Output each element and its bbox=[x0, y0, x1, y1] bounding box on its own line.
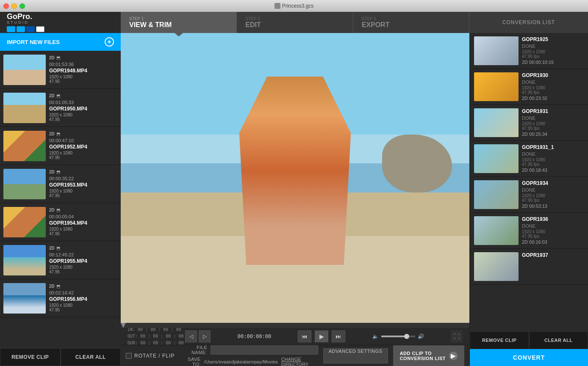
fullscreen-button[interactable]: ⛶ bbox=[451, 330, 463, 342]
conversion-resolution: 1920 x 1080 bbox=[522, 157, 584, 162]
conversion-thumbnail bbox=[474, 144, 519, 173]
remove-clip-button[interactable]: REMOVE CLIP bbox=[0, 348, 61, 366]
conversion-item[interactable]: GOPR1936 DONE 1920 x 1080 47.95 fps 2D 0… bbox=[470, 213, 588, 249]
conversion-status: DONE bbox=[522, 187, 584, 193]
clip-item[interactable]: 2D ⬒ 00:01:53:36 GOPR1949.MP4 1920 x 108… bbox=[0, 51, 121, 89]
clip-thumbnail bbox=[3, 245, 46, 275]
clear-all-button-sidebar[interactable]: CLEAR ALL bbox=[61, 348, 121, 366]
clip-item[interactable]: 2D ⬒ 00:00:35:22 GOPR1953.MP4 1920 x 108… bbox=[0, 165, 121, 203]
conversion-item[interactable]: GOPR1934 DONE 1920 x 1080 47.95 fps 2D 0… bbox=[470, 177, 588, 213]
svg-rect-0 bbox=[275, 3, 280, 9]
clip-fps: 47.95 bbox=[49, 193, 114, 198]
step-tabs: STEP 1 VIEW & TRIM STEP 2 EDIT STEP 3 EX… bbox=[121, 12, 469, 33]
conversion-fps: 47.95 fps bbox=[522, 162, 584, 167]
conversion-fps: 47.95 fps bbox=[522, 198, 584, 203]
conversion-thumbnail bbox=[474, 72, 519, 101]
video-container bbox=[121, 33, 469, 323]
tab-view-trim[interactable]: STEP 1 VIEW & TRIM bbox=[121, 12, 237, 33]
logo-dot-2 bbox=[17, 26, 25, 32]
clip-item[interactable]: 2D ⬒ 00:01:05:33 GOPR1950.MP4 1920 x 108… bbox=[0, 89, 121, 127]
clip-info: 2D ⬒ 00:12:45:22 GOPR1955.MP4 1920 x 108… bbox=[46, 244, 117, 276]
clear-all-right-button[interactable]: CLEAR ALL bbox=[529, 331, 588, 349]
conversion-list: GOPR1925 DONE 1920 x 1080 47.95 fps 2D 0… bbox=[470, 33, 588, 331]
sidebar: IMPORT NEW FILES + 2D ⬒ 00:01:53:36 GOPR… bbox=[0, 33, 121, 366]
conversion-item[interactable]: GOPR1925 DONE 1920 x 1080 47.95 fps 2D 0… bbox=[470, 33, 588, 69]
close-button[interactable] bbox=[3, 3, 9, 9]
badge-cam: ⬒ bbox=[56, 132, 60, 136]
conversion-list-header: CONVERSION LIST bbox=[469, 12, 588, 33]
timeline-bar[interactable] bbox=[121, 323, 469, 328]
step3-label: EXPORT bbox=[362, 21, 460, 29]
clip-name: GOPR1949.MP4 bbox=[49, 68, 114, 74]
step1-num: STEP 1 bbox=[129, 17, 228, 21]
file-name-label: FILE NAME: bbox=[180, 345, 207, 355]
conversion-item[interactable]: GOPR1930 DONE 1920 x 1080 47.95 fps 2D 0… bbox=[470, 69, 588, 105]
clip-info: 2D ⬒ 00:01:05:33 GOPR1950.MP4 1920 x 108… bbox=[46, 92, 117, 124]
maximize-button[interactable] bbox=[19, 3, 25, 9]
conversion-item[interactable]: GOPR1931 DONE 1920 x 1080 47.95 fps 2D 0… bbox=[470, 105, 588, 141]
rotate-checkbox[interactable] bbox=[126, 353, 132, 359]
conversion-item[interactable]: GOPR1931_1 DONE 1920 x 1080 47.95 fps 2D… bbox=[470, 141, 588, 177]
clip-badges: 2D ⬒ bbox=[49, 246, 114, 250]
logo-studio: STUDIO bbox=[7, 20, 44, 25]
add-clip-to-conversion-button[interactable]: ADD CLIP TO CONVERSION LIST ▶ bbox=[393, 345, 464, 366]
clip-fps: 47.95 bbox=[49, 117, 114, 122]
clip-thumbnail bbox=[3, 131, 46, 161]
trim-controls: IN: 00 : 00 : 00 : 00 OUT: 00 : 00 : 00 … bbox=[128, 326, 211, 347]
save-to-path: /Users/evaandjakealarmpay/Movies bbox=[204, 359, 278, 364]
conversion-fps: 47.95 fps bbox=[522, 90, 584, 95]
clip-name: GOPR1953.MP4 bbox=[49, 182, 114, 188]
remove-clip-right-button[interactable]: REMOVE CLIP bbox=[470, 331, 529, 349]
clip-info: 2D ⬒ 00:02:16:42 GOPR1956.MP4 1920 x 108… bbox=[46, 282, 117, 314]
clip-fps: 47.95 bbox=[49, 155, 114, 160]
trim-out-button[interactable]: ▷ bbox=[199, 330, 211, 342]
clip-item[interactable]: 2D ⬒ 00:02:16:42 GOPR1956.MP4 1920 x 108… bbox=[0, 279, 121, 317]
logo-dots bbox=[7, 26, 44, 32]
clip-item[interactable]: 2D ⬒ 00:12:45:22 GOPR1955.MP4 1920 x 108… bbox=[0, 241, 121, 279]
main-area: IN: 00 : 00 : 00 : 00 OUT: 00 : 00 : 00 … bbox=[121, 33, 469, 366]
sidebar-bottom: REMOVE CLIP CLEAR ALL bbox=[0, 348, 121, 366]
clip-badges: 2D ⬒ bbox=[49, 55, 114, 60]
step2-num: STEP 2 bbox=[245, 17, 344, 21]
clip-item[interactable]: 2D ⬒ 00:00:05:04 GOPR1954.MP4 1920 x 108… bbox=[0, 203, 121, 241]
tab-export[interactable]: STEP 3 EXPORT bbox=[353, 12, 469, 33]
subject-figure bbox=[225, 77, 365, 265]
conversion-thumbnail bbox=[474, 36, 519, 65]
advanced-settings-button[interactable]: ADVANCED SETTINGS bbox=[323, 348, 388, 363]
convert-button[interactable]: CONVERT bbox=[470, 349, 588, 366]
minimize-button[interactable] bbox=[11, 3, 17, 9]
clip-thumbnail bbox=[3, 169, 46, 199]
conversion-name: GOPR1936 bbox=[522, 216, 584, 222]
trim-in-button[interactable]: ◁ bbox=[185, 330, 197, 342]
timeline-thumb[interactable] bbox=[121, 323, 126, 328]
conversion-fps: 47.95 fps bbox=[522, 54, 584, 59]
clip-item[interactable]: 2D ⬒ 00:00:47:10 GOPR1952.MP4 1920 x 108… bbox=[0, 127, 121, 165]
clip-resolution: 1920 x 1080 bbox=[49, 303, 114, 308]
change-directory-button[interactable]: CHANGE DIRECTORY bbox=[281, 357, 318, 366]
badge-cam: ⬒ bbox=[56, 94, 60, 98]
tab-edit[interactable]: STEP 2 EDIT bbox=[237, 12, 353, 33]
conversion-name: GOPR1934 bbox=[522, 180, 584, 186]
conversion-resolution: 1920 x 1080 bbox=[522, 121, 584, 126]
conversion-resolution: 1920 x 1080 bbox=[522, 229, 584, 234]
import-plus-icon: + bbox=[105, 37, 114, 47]
step-back-button[interactable]: ⏮ bbox=[298, 330, 311, 342]
clip-time: 00:00:35:22 bbox=[49, 176, 114, 181]
conversion-resolution: 1920 x 1080 bbox=[522, 193, 584, 198]
file-name-input[interactable] bbox=[211, 345, 318, 355]
conversion-item[interactable]: GOPR1937 bbox=[470, 249, 588, 285]
badge-2d: 2D bbox=[49, 94, 55, 98]
conversion-name: GOPR1931 bbox=[522, 108, 584, 114]
import-new-files-button[interactable]: IMPORT NEW FILES + bbox=[0, 33, 121, 51]
conversion-details: GOPR1931_1 DONE 1920 x 1080 47.95 fps 2D… bbox=[522, 144, 584, 173]
conversion-time: 2D 00:53:13 bbox=[522, 204, 584, 209]
step-forward-button[interactable]: ⏭ bbox=[332, 330, 345, 342]
header: GoPro. STUDIO STEP 1 VIEW & TRIM STEP 2 … bbox=[0, 12, 588, 33]
conversion-details: GOPR1930 DONE 1920 x 1080 47.95 fps 2D 0… bbox=[522, 72, 584, 101]
conversion-time: 2D 00:18:43 bbox=[522, 168, 584, 173]
volume-thumb[interactable] bbox=[404, 334, 409, 339]
gopro-logo: GoPro. STUDIO bbox=[0, 12, 121, 33]
volume-slider[interactable] bbox=[381, 336, 415, 337]
play-button[interactable]: ▶ bbox=[315, 330, 328, 342]
playback-controls: ⏮ ▶ ⏭ bbox=[298, 330, 345, 342]
